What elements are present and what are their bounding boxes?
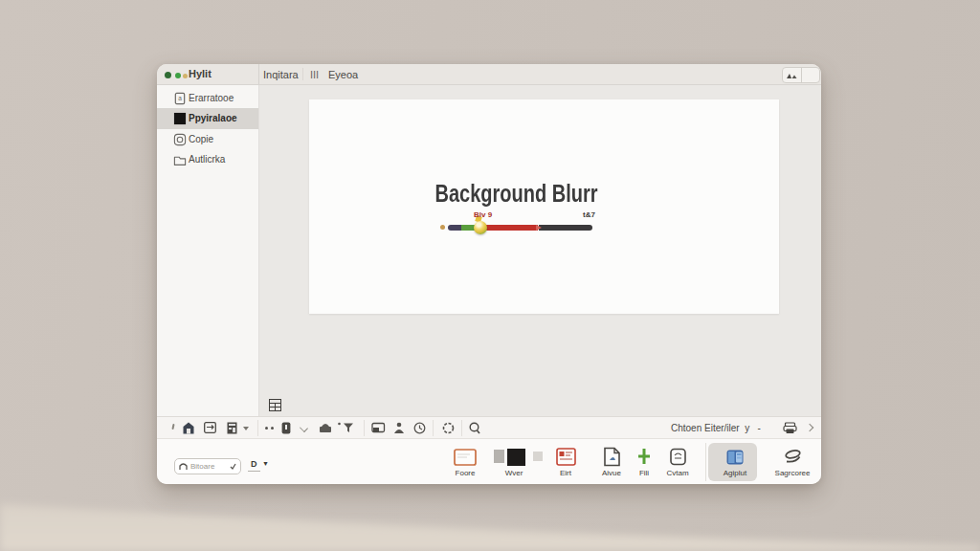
svg-text:a: a	[178, 95, 182, 101]
